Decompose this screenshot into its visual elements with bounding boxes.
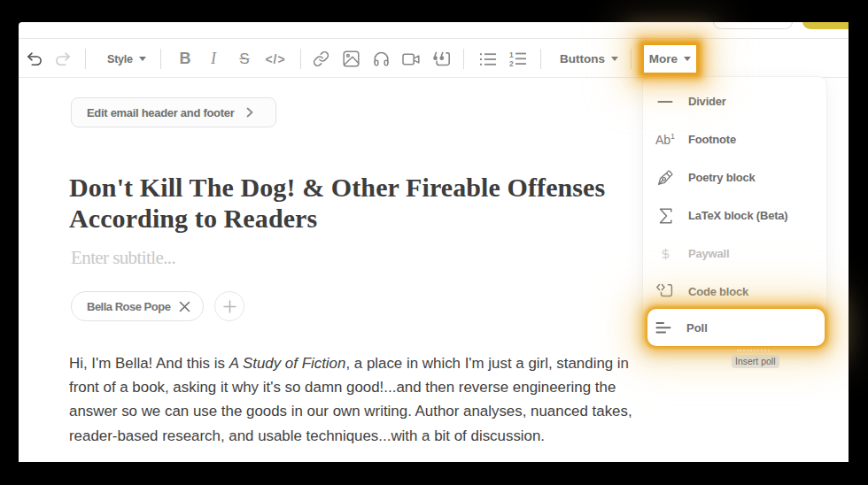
svg-text:2: 2 [509,59,514,67]
